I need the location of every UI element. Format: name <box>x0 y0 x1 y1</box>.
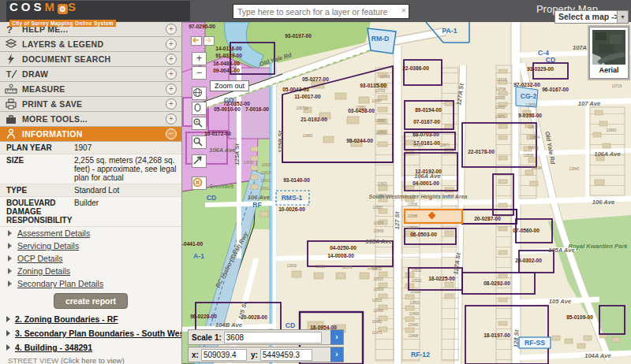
coordinate-go-button[interactable]: › <box>330 347 343 362</box>
map-label: 10-0026-00 <box>278 206 305 212</box>
zoom-box-magnifier-button[interactable] <box>192 117 207 130</box>
zoom-out-button[interactable]: − <box>192 66 207 80</box>
clear-search-icon[interactable]: × <box>401 6 406 15</box>
map-label: 10522 <box>412 279 422 283</box>
back-arrow-button[interactable] <box>191 36 202 46</box>
triangle-right-icon <box>8 255 12 262</box>
field-type: TYPE Standard Lot <box>0 184 181 197</box>
map-label: 10719 <box>612 84 622 88</box>
parcel-map-canvas[interactable]: 97-0290-0014-0116-0091-0339-0016-0483-00… <box>181 22 631 364</box>
map-label: 10586 <box>408 214 418 218</box>
information-person-icon <box>5 128 17 139</box>
map-label: 08-0292-00 <box>484 280 510 286</box>
result-zoning-boundaries[interactable]: 2. Zoning Boundaries - RF <box>0 312 181 326</box>
map-label: 22-0386-00 <box>402 65 429 71</box>
sidebar-item-information[interactable]: INFORMATION − <box>0 127 181 142</box>
x-coordinate-input[interactable] <box>201 349 247 361</box>
triangle-right-icon <box>6 316 10 322</box>
map-label: 07-0167-00 <box>413 119 440 124</box>
scale-input[interactable] <box>224 332 322 344</box>
map-label: A-1 <box>193 252 204 260</box>
map-label: 7-0016-00 <box>245 106 269 112</box>
map-label: 96-0167-00 <box>542 87 569 92</box>
clear-selection-button[interactable] <box>192 176 207 190</box>
secondary-plan-details-link[interactable]: Secondary Plan Details <box>0 277 181 290</box>
map-label: 16-0483-00 <box>213 61 240 66</box>
zoning-details-link[interactable]: Zoning Details <box>0 265 181 277</box>
cosmos-logo[interactable]: COSM⚙S City of Surrey Mapping Online Sys… <box>6 1 190 21</box>
gear-icon: ⚙ <box>58 4 68 14</box>
sidebar-item-more-tools[interactable]: MORE TOOLS... + <box>0 112 181 127</box>
sidebar-item-measure[interactable]: MEASURE + <box>0 82 181 97</box>
information-panel: PLAN YEAR 1907 SIZE 2,255 sq. meters (24… <box>0 142 181 364</box>
create-report-button[interactable]: create report <box>54 293 128 309</box>
servicing-details-link[interactable]: Servicing Details <box>0 240 181 252</box>
map-label: 97-0290-00 <box>189 24 215 29</box>
map-viewport[interactable]: 97-0290-0014-0116-0091-0339-0016-0483-00… <box>181 22 631 364</box>
layer-search-input[interactable] <box>236 5 394 18</box>
ocp-details-link[interactable]: OCP Details <box>0 252 181 265</box>
zoom-in-button[interactable]: + <box>192 52 207 65</box>
map-label: 10681 <box>357 106 367 110</box>
street-view-link[interactable]: (Click here to view) <box>61 356 125 364</box>
result-secondary-plan[interactable]: 3. Secondary Plan Boundaries - South Wes… <box>0 326 181 340</box>
map-label: 105A Ave <box>365 238 392 245</box>
map-label: 10630 <box>244 161 254 165</box>
pointer-arrow-button[interactable] <box>192 154 207 168</box>
triangle-right-icon <box>8 280 12 287</box>
map-label: 10659 <box>376 131 386 135</box>
aerial-thumbnail[interactable]: Aerial <box>589 27 629 79</box>
map-label: 105 Ave <box>549 298 572 305</box>
search-magnifier-button[interactable] <box>192 136 207 149</box>
map-label: CD <box>286 321 295 329</box>
map-label: CD <box>546 56 555 64</box>
map-label: 21-0192-00 <box>301 117 327 122</box>
triangle-right-icon <box>8 268 12 274</box>
map-label: 10596 <box>408 202 418 206</box>
y-coordinate-input[interactable] <box>260 349 312 361</box>
expand-icon[interactable]: + <box>166 54 177 65</box>
scale-go-button[interactable]: › <box>330 330 343 344</box>
sidebar-item-layers[interactable]: LAYERS & LEGEND + <box>0 37 181 52</box>
collapse-icon[interactable]: − <box>166 128 177 139</box>
expand-icon[interactable]: + <box>166 98 177 110</box>
map-label: 20-0287-00 <box>474 216 501 221</box>
expand-icon[interactable]: + <box>166 113 177 124</box>
map-label: 10668 <box>413 143 424 147</box>
assessment-details-link[interactable]: Assessment Details <box>0 227 181 240</box>
map-label: 68-0703-00 <box>413 132 439 137</box>
y-label: y: <box>251 351 258 359</box>
sidebar-item-print-save[interactable]: PRINT & SAVE + <box>0 97 181 112</box>
map-select-value: Select a map -> <box>558 12 619 21</box>
globe-extent-button[interactable] <box>192 87 207 100</box>
map-label: 10481 <box>372 320 383 324</box>
field-plan-year: PLAN YEAR 1907 <box>0 142 181 154</box>
sidebar-item-draw[interactable]: T DRAW + <box>0 67 181 82</box>
triangle-right-icon <box>8 243 12 249</box>
sidebar-item-document-search[interactable]: DOCUMENT SEARCH + <box>0 52 181 67</box>
map-label: 12690 <box>368 266 378 270</box>
result-building[interactable]: 4. Building - 348291 <box>0 340 181 355</box>
map-label: 89-0194-00 <box>415 107 442 113</box>
map-label: 10708 <box>496 87 506 91</box>
forward-arrow-button[interactable] <box>203 36 215 46</box>
map-label: CG-2 <box>521 92 537 100</box>
map-label: 10660 <box>303 134 313 138</box>
map-select-dropdown[interactable]: Select a map -> ▼ <box>554 10 629 24</box>
expand-icon[interactable]: + <box>166 84 177 95</box>
printer-icon <box>5 98 17 110</box>
pan-button[interactable] <box>192 102 207 115</box>
map-label: 05-0043-00 <box>282 87 309 92</box>
expand-icon[interactable]: + <box>166 39 177 50</box>
map-label: 10480 <box>409 323 419 327</box>
map-label: 10490 <box>409 312 420 316</box>
map-label: 10500 <box>410 301 420 305</box>
map-label: 107A <box>573 44 587 51</box>
expand-icon[interactable]: + <box>166 69 177 80</box>
map-label: 11-0017-00 <box>294 94 321 99</box>
map-label: 10621 <box>378 182 388 186</box>
map-label: 104B Ave <box>215 321 243 329</box>
x-label: x: <box>192 351 199 359</box>
map-label: 93-0197-00 <box>285 33 312 39</box>
map-label: 10703 <box>375 89 386 93</box>
